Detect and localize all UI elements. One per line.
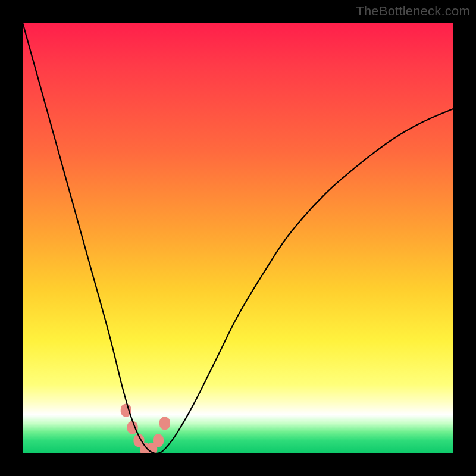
chart-plot-area <box>23 23 453 453</box>
chart-frame: TheBottleneck.com <box>0 0 476 476</box>
bottleneck-curve <box>23 23 453 453</box>
marker-pill <box>159 416 170 430</box>
chart-svg <box>23 23 453 453</box>
marker-pill <box>153 434 164 447</box>
watermark-text: TheBottleneck.com <box>356 4 470 19</box>
marker-pill <box>127 421 138 434</box>
